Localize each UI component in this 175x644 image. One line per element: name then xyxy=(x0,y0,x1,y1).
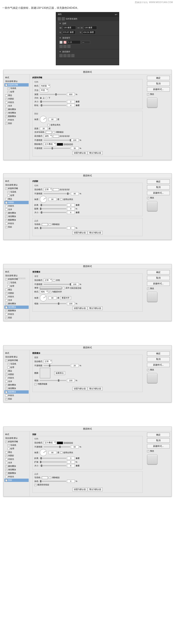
checkbox[interactable] xyxy=(5,94,7,96)
preview-check[interactable]: ✓ xyxy=(147,369,149,371)
reset-default-button[interactable]: 复位为默认值 xyxy=(88,231,103,234)
cancel-button[interactable]: 取消 xyxy=(147,357,170,362)
style-item[interactable]: ✓斜面和浮雕 xyxy=(4,187,29,190)
height-input[interactable]: 130 像素 xyxy=(84,26,97,30)
style-item[interactable]: ✓图案叠加 xyxy=(4,390,29,394)
cancel-button[interactable]: 取消 xyxy=(147,82,170,86)
style-item[interactable]: ✓图案叠加 xyxy=(4,218,29,222)
angle-dial[interactable] xyxy=(40,449,47,456)
y-input[interactable]: 434.34 像素 xyxy=(82,30,96,34)
style-item[interactable]: 纹理 xyxy=(4,366,29,369)
checkbox[interactable]: ✓ xyxy=(5,317,7,319)
checkbox[interactable] xyxy=(5,476,7,478)
checkbox[interactable] xyxy=(5,458,7,460)
contour-swatch[interactable] xyxy=(42,223,48,226)
checkbox[interactable]: ✓ xyxy=(5,398,7,400)
style-item[interactable]: ✓投影 xyxy=(4,478,29,482)
blend-select[interactable]: 正常 xyxy=(44,278,52,282)
fill-swatch[interactable] xyxy=(59,41,63,44)
checkbox[interactable]: ✓ xyxy=(5,212,7,214)
size-input[interactable] xyxy=(67,100,75,103)
style-item[interactable]: 纹理 xyxy=(4,447,29,450)
checkbox[interactable]: ✓ xyxy=(7,88,10,90)
style-item[interactable]: 内发光 xyxy=(4,458,29,461)
checkbox[interactable]: ✓ xyxy=(5,278,7,280)
cancel-button[interactable]: 取消 xyxy=(147,276,170,280)
antialias-check[interactable] xyxy=(53,131,55,134)
style-item[interactable]: ✓斜面和浮雕 xyxy=(4,359,29,362)
style-item[interactable]: ✓投影 xyxy=(4,226,29,229)
checkbox[interactable]: ✓ xyxy=(5,108,7,110)
choke-input[interactable] xyxy=(67,207,75,210)
style-item[interactable]: ✓内阴影 xyxy=(4,373,29,376)
shadow-mode-select[interactable]: 正片叠底 xyxy=(44,142,56,146)
size-slider[interactable] xyxy=(40,101,66,102)
blend-defaults-item[interactable]: 混合选项:默认 xyxy=(4,274,29,277)
ok-button[interactable]: 确定 xyxy=(147,351,170,356)
style-item[interactable]: 描边 xyxy=(4,288,29,291)
style-item[interactable]: ✓颜色叠加 xyxy=(4,464,29,468)
checkbox[interactable]: ✓ xyxy=(5,391,7,393)
properties-tab[interactable]: 属性 xyxy=(58,13,62,16)
checkbox[interactable]: ✓ xyxy=(5,226,7,228)
checkbox[interactable]: ✓ xyxy=(5,216,7,218)
chevron-down-icon[interactable] xyxy=(59,38,61,38)
size-input[interactable] xyxy=(67,211,75,214)
preview-check[interactable]: ✓ xyxy=(147,197,149,199)
style-item[interactable]: ✓图案叠加 xyxy=(4,115,29,118)
style-item[interactable]: ✓内阴影 xyxy=(4,97,29,100)
new-style-button[interactable]: 新建样式... xyxy=(147,87,170,92)
checkbox[interactable] xyxy=(5,105,7,107)
checkbox[interactable] xyxy=(7,366,10,369)
style-item[interactable]: ✓颜色叠加 xyxy=(4,108,29,111)
style-item[interactable]: ✓等高线 xyxy=(4,190,29,194)
style-item[interactable]: 内发光 xyxy=(4,101,29,104)
pattern-swatch[interactable] xyxy=(40,368,50,378)
checkbox[interactable] xyxy=(5,299,7,302)
style-item[interactable]: ✓斜面和浮雕 xyxy=(4,83,29,86)
opacity-slider[interactable] xyxy=(44,446,70,447)
global-check[interactable] xyxy=(60,198,62,200)
reset-default-button[interactable]: 复位为默认值 xyxy=(88,488,103,491)
checkbox[interactable]: ✓ xyxy=(5,465,7,468)
checkbox[interactable]: ✓ xyxy=(5,116,7,118)
path-op-icon[interactable] xyxy=(67,54,70,57)
preview-check[interactable]: ✓ xyxy=(147,93,149,96)
checkbox[interactable]: ✓ xyxy=(5,98,7,100)
style-item[interactable]: ✓渐变叠加 xyxy=(4,111,29,114)
path-op-icon[interactable] xyxy=(71,54,74,57)
checkbox[interactable] xyxy=(5,394,7,397)
opacity-input[interactable] xyxy=(71,445,79,448)
reverse-check[interactable] xyxy=(63,287,65,289)
global-light-check[interactable] xyxy=(47,124,50,126)
checkbox[interactable]: ✓ xyxy=(5,306,7,308)
style-item[interactable]: 光泽 xyxy=(4,380,29,383)
highlight-mode-select[interactable]: 滤色 xyxy=(44,134,52,138)
checkbox[interactable] xyxy=(5,370,7,372)
checkbox[interactable]: ✓ xyxy=(5,202,7,204)
global-check[interactable] xyxy=(60,452,62,454)
style-item[interactable]: ✓内阴影 xyxy=(4,201,29,204)
stroke-swatch[interactable] xyxy=(63,41,66,44)
stroke-style-select[interactable]: — xyxy=(81,41,90,44)
make-default-button[interactable]: 设置为默认值 xyxy=(72,387,87,390)
distance-slider[interactable] xyxy=(40,204,66,206)
checkbox[interactable]: ✓ xyxy=(5,112,7,114)
spread-input[interactable] xyxy=(67,460,75,464)
scale-slider[interactable] xyxy=(40,380,66,381)
make-default-button[interactable]: 设置为默认值 xyxy=(72,488,87,491)
shadow-color[interactable] xyxy=(57,143,63,146)
checkbox[interactable]: ✓ xyxy=(5,360,7,362)
style-item[interactable]: 内发光 xyxy=(4,204,29,208)
depth-input[interactable] xyxy=(67,93,75,96)
checkbox[interactable] xyxy=(7,194,10,197)
link-layer-check[interactable]: ✓ xyxy=(34,383,36,385)
checkbox[interactable] xyxy=(5,205,7,207)
hl-opacity-slider[interactable] xyxy=(44,140,70,141)
make-default-button[interactable]: 设置为默认值 xyxy=(72,306,87,310)
ok-button[interactable]: 确定 xyxy=(147,432,170,437)
checkbox[interactable] xyxy=(5,289,7,291)
chevron-down-icon[interactable] xyxy=(59,51,61,52)
make-default-button[interactable]: 设置为默认值 xyxy=(72,151,87,155)
reset-default-button[interactable]: 复位为默认值 xyxy=(88,151,103,155)
